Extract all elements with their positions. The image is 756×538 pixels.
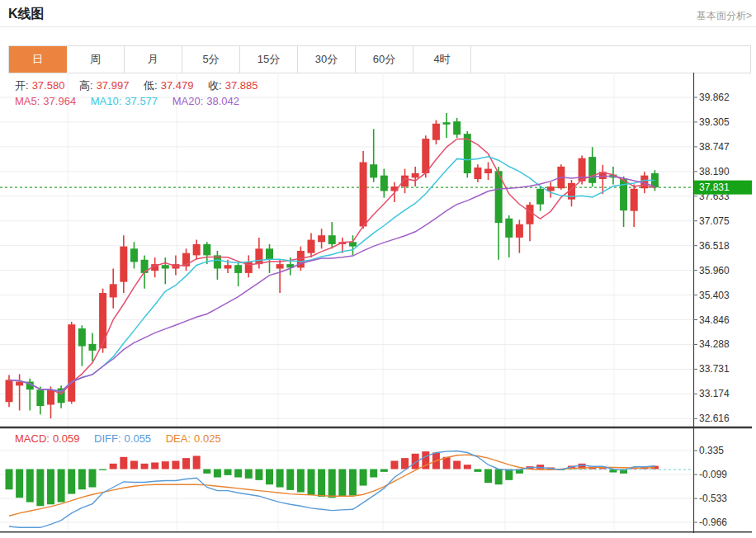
ma20-line [9, 177, 654, 392]
svg-text:34.846: 34.846 [699, 314, 730, 326]
price-axis-labels: 39.86239.30538.74738.19037.63337.07536.5… [693, 92, 730, 424]
macd-label: MACD: [15, 432, 50, 445]
svg-text:-0.099: -0.099 [699, 469, 727, 480]
tab-week[interactable]: 周 [67, 46, 125, 73]
ma5-value: 37.964 [43, 95, 76, 107]
tab-4hour[interactable]: 4时 [413, 46, 471, 73]
tab-30min[interactable]: 30分 [298, 46, 356, 73]
svg-text:33.731: 33.731 [699, 363, 730, 375]
close-value: 37.885 [225, 79, 258, 92]
tab-15min[interactable]: 15分 [240, 46, 298, 73]
svg-text:39.862: 39.862 [699, 92, 730, 103]
dea-value: 0.025 [194, 432, 221, 445]
ma10-value: 37.577 [125, 95, 158, 107]
current-price-badge: 37.831 [694, 181, 752, 195]
page-header: K线图 基本面分析> [0, 0, 756, 27]
high-label: 高: [79, 79, 93, 92]
kline-page: K线图 基本面分析> 日周月5分15分30分60分4时 39.86239.305… [0, 0, 756, 538]
ma5-label: MA5: [15, 95, 40, 107]
svg-text:37.075: 37.075 [699, 215, 730, 227]
ma20-value: 38.042 [206, 95, 239, 107]
svg-text:36.518: 36.518 [699, 240, 730, 252]
ma10-label: MA10: [91, 95, 122, 107]
svg-text:35.403: 35.403 [699, 290, 730, 301]
dea-label: DEA: [166, 432, 191, 445]
high-value: 37.997 [97, 79, 130, 92]
close-label: 收: [208, 79, 222, 92]
svg-text:0.335: 0.335 [699, 445, 724, 456]
candlestick-chart[interactable]: 39.86239.30538.74738.19037.63337.07536.5… [0, 73, 756, 427]
candles-group [6, 113, 659, 418]
tab-month[interactable]: 月 [125, 46, 182, 73]
svg-text:-0.966: -0.966 [699, 517, 727, 528]
main-grid [0, 73, 693, 427]
tab-day[interactable]: 日 [9, 46, 67, 73]
ma20-label: MA20: [172, 95, 204, 107]
macd-histogram [6, 451, 659, 506]
tab-5min[interactable]: 5分 [182, 46, 240, 73]
svg-text:33.174: 33.174 [699, 388, 730, 399]
diff-label: DIFF: [94, 432, 121, 445]
svg-text:35.960: 35.960 [699, 265, 730, 276]
open-label: 开: [15, 79, 29, 92]
fundamental-analysis-link[interactable]: 基本面分析> [697, 9, 752, 23]
tab-60min[interactable]: 60分 [356, 46, 413, 73]
macd-legend: MACD:0.059 DIFF:0.055 DEA:0.025 [15, 432, 224, 445]
svg-text:-0.533: -0.533 [699, 493, 727, 504]
diff-value: 0.055 [125, 432, 152, 445]
svg-text:38.190: 38.190 [699, 166, 730, 177]
ma10-line [9, 157, 654, 392]
ma-legend: MA5:37.964 MA10:37.577 MA20:38.042 [15, 95, 243, 107]
svg-text:37.831: 37.831 [699, 182, 730, 193]
svg-text:34.288: 34.288 [699, 338, 730, 350]
page-title: K线图 [8, 6, 45, 23]
svg-text:38.747: 38.747 [699, 141, 730, 153]
svg-text:39.305: 39.305 [699, 116, 730, 128]
ohlc-legend: 开:37.580 高:37.997 低:37.479 收:37.885 [15, 78, 261, 93]
open-value: 37.580 [32, 79, 65, 92]
low-value: 37.479 [161, 79, 194, 92]
svg-text:32.616: 32.616 [699, 413, 730, 424]
interval-tabs: 日周月5分15分30分60分4时 [8, 45, 751, 73]
macd-value: 0.059 [53, 432, 80, 445]
macd-axis-labels: 0.335-0.099-0.533-0.966 [693, 445, 727, 528]
low-label: 低: [144, 79, 158, 92]
